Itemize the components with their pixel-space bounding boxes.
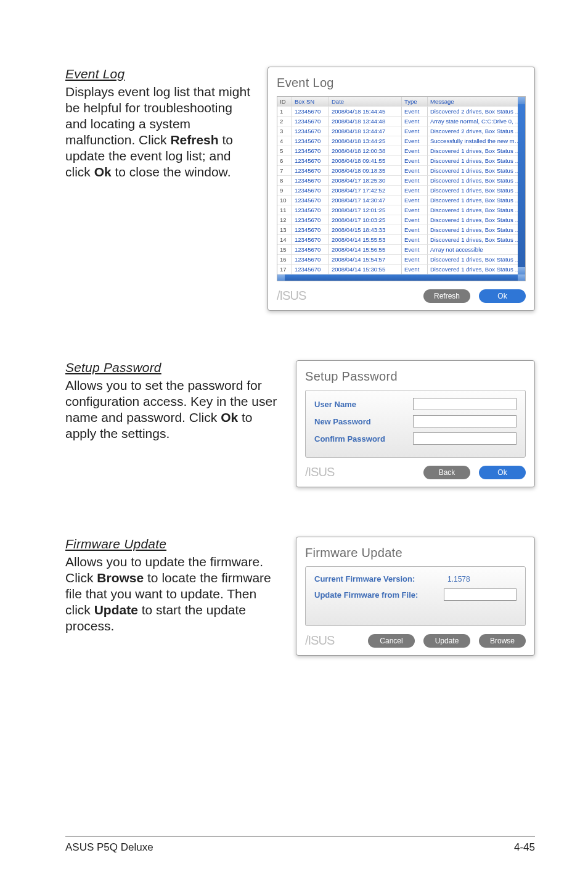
table-row[interactable]: 3123456702008/04/18 13:44:47EventDiscove…	[277, 126, 525, 136]
table-row[interactable]: 1123456702008/04/18 15:44:45EventDiscove…	[277, 107, 525, 117]
cell-id: 1	[277, 107, 292, 117]
cell-id: 12	[277, 215, 292, 225]
ok-button[interactable]: Ok	[479, 289, 526, 303]
cell-sn: 12345670	[292, 166, 329, 176]
cell-type: Event	[402, 265, 428, 274]
cell-date: 2008/04/14 15:54:57	[329, 255, 402, 265]
table-row[interactable]: 15123456702008/04/14 15:56:55EventArray …	[277, 245, 525, 255]
current-fw-version-value: 1.1578	[444, 575, 470, 584]
col-id: ID	[277, 97, 292, 107]
ok-button[interactable]: Ok	[479, 466, 526, 479]
cell-type: Event	[402, 136, 428, 146]
cell-date: 2008/04/17 10:03:25	[329, 215, 402, 225]
cell-id: 17	[277, 265, 292, 274]
table-row[interactable]: 13123456702008/04/15 18:43:33EventDiscov…	[277, 225, 525, 235]
cell-type: Event	[402, 146, 428, 156]
browse-button[interactable]: Browse	[479, 634, 526, 648]
cancel-button[interactable]: Cancel	[368, 634, 415, 648]
cell-date: 2008/04/18 12:00:38	[329, 146, 402, 156]
cell-type: Event	[402, 186, 428, 196]
event-log-dialog: Event Log ID Box SN Date Type Message 11…	[267, 67, 535, 311]
table-row[interactable]: 12123456702008/04/17 10:03:25EventDiscov…	[277, 215, 525, 225]
cell-msg: Discovered 1 drives, Box Status Norm	[428, 265, 525, 274]
brand-logo: /ISUS	[305, 465, 334, 479]
cell-date: 2008/04/17 14:30:47	[329, 196, 402, 205]
cell-msg: Discovered 1 drives, Box Status Norm	[428, 186, 525, 196]
event-log-heading: Event Log	[65, 67, 250, 81]
new-password-label: New Password	[314, 417, 407, 426]
table-row[interactable]: 16123456702008/04/14 15:54:57EventDiscov…	[277, 255, 525, 265]
refresh-button[interactable]: Refresh	[423, 289, 470, 303]
table-row[interactable]: 10123456702008/04/17 14:30:47EventDiscov…	[277, 196, 525, 205]
back-button[interactable]: Back	[423, 466, 470, 479]
cell-date: 2008/04/17 18:25:30	[329, 176, 402, 186]
table-row[interactable]: 8123456702008/04/17 18:25:30EventDiscove…	[277, 176, 525, 186]
cell-id: 15	[277, 245, 292, 255]
cell-sn: 12345670	[292, 117, 329, 126]
cell-msg: Discovered 1 drives, Box Status Norm	[428, 235, 525, 245]
setup-password-dialog: Setup Password User Name New Password Co…	[296, 360, 535, 487]
confirm-password-input[interactable]	[413, 432, 517, 445]
col-type: Type	[402, 97, 428, 107]
cell-msg: Discovered 1 drives, Box Status Norm	[428, 255, 525, 265]
cell-type: Event	[402, 156, 428, 166]
cell-sn: 12345670	[292, 146, 329, 156]
cell-id: 14	[277, 235, 292, 245]
table-row[interactable]: 4123456702008/04/18 13:44:25EventSuccess…	[277, 136, 525, 146]
cell-id: 9	[277, 186, 292, 196]
cell-msg: Array not accessible	[428, 245, 525, 255]
cell-type: Event	[402, 196, 428, 205]
cell-type: Event	[402, 205, 428, 215]
cell-sn: 12345670	[292, 255, 329, 265]
footer-right: 4-45	[514, 841, 535, 854]
event-log-vscroll[interactable]	[518, 97, 525, 274]
user-name-label: User Name	[314, 400, 407, 409]
cell-sn: 12345670	[292, 265, 329, 274]
cell-id: 13	[277, 225, 292, 235]
cell-type: Event	[402, 107, 428, 117]
cell-id: 6	[277, 156, 292, 166]
event-log-header: ID Box SN Date Type Message	[277, 97, 525, 107]
firmware-update-dialog: Firmware Update Current Firmware Version…	[296, 537, 535, 656]
table-row[interactable]: 17123456702008/04/14 15:30:55EventDiscov…	[277, 265, 525, 274]
user-name-input[interactable]	[413, 398, 517, 410]
new-password-input[interactable]	[413, 415, 517, 427]
brand-logo: /ISUS	[277, 289, 306, 303]
cell-sn: 12345670	[292, 225, 329, 235]
firmware-update-heading: Firmware Update	[65, 537, 279, 551]
event-log-hscroll[interactable]	[277, 274, 525, 281]
cell-sn: 12345670	[292, 235, 329, 245]
cell-date: 2008/04/18 13:44:48	[329, 117, 402, 126]
cell-type: Event	[402, 245, 428, 255]
cell-msg: Discovered 1 drives, Box Status Norm	[428, 215, 525, 225]
cell-type: Event	[402, 117, 428, 126]
update-from-file-label: Update Firmware from File:	[314, 590, 438, 600]
cell-sn: 12345670	[292, 176, 329, 186]
table-row[interactable]: 11123456702008/04/17 12:01:25EventDiscov…	[277, 205, 525, 215]
table-row[interactable]: 5123456702008/04/18 12:00:38EventDiscove…	[277, 146, 525, 156]
col-sn: Box SN	[292, 97, 329, 107]
update-button[interactable]: Update	[423, 634, 470, 648]
table-row[interactable]: 6123456702008/04/18 09:41:55EventDiscove…	[277, 156, 525, 166]
table-row[interactable]: 14123456702008/04/14 15:55:53EventDiscov…	[277, 235, 525, 245]
cell-sn: 12345670	[292, 196, 329, 205]
firmware-update-title: Firmware Update	[305, 546, 526, 560]
col-msg: Message	[428, 97, 525, 107]
cell-sn: 12345670	[292, 245, 329, 255]
table-row[interactable]: 7123456702008/04/18 09:18:35EventDiscove…	[277, 166, 525, 176]
cell-id: 8	[277, 176, 292, 186]
table-row[interactable]: 9123456702008/04/17 17:42:52EventDiscove…	[277, 186, 525, 196]
setup-password-title: Setup Password	[305, 369, 526, 384]
event-log-title: Event Log	[277, 76, 526, 90]
cell-date: 2008/04/15 18:43:33	[329, 225, 402, 235]
firmware-file-input[interactable]	[444, 588, 517, 601]
cell-msg: Discovered 1 drives, Box Status Norm	[428, 166, 525, 176]
cell-date: 2008/04/14 15:30:55	[329, 265, 402, 274]
cell-type: Event	[402, 166, 428, 176]
cell-msg: Discovered 2 drives, Box Status Norm	[428, 126, 525, 136]
cell-sn: 12345670	[292, 107, 329, 117]
table-row[interactable]: 2123456702008/04/18 13:44:48EventArray s…	[277, 117, 525, 126]
col-date: Date	[329, 97, 402, 107]
cell-date: 2008/04/14 15:56:55	[329, 245, 402, 255]
cell-id: 16	[277, 255, 292, 265]
